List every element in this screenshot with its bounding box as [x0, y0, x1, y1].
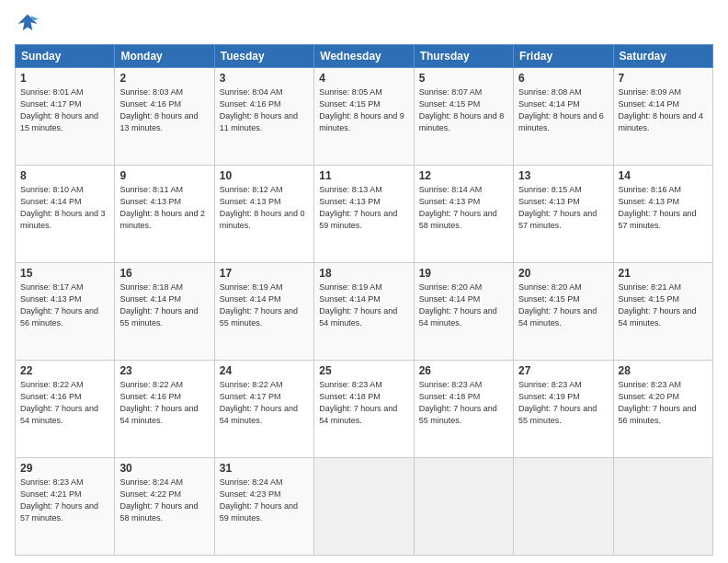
calendar-cell: 6Sunrise: 8:08 AMSunset: 4:14 PMDaylight… [514, 68, 613, 166]
weekday-header-saturday: Saturday [613, 45, 712, 68]
calendar-cell: 15Sunrise: 8:17 AMSunset: 4:13 PMDayligh… [16, 263, 115, 361]
day-info: Sunrise: 8:20 AMSunset: 4:15 PMDaylight:… [518, 282, 608, 329]
calendar-week-4: 22Sunrise: 8:22 AMSunset: 4:16 PMDayligh… [16, 361, 713, 458]
day-number: 3 [220, 72, 309, 85]
calendar-header-row: SundayMondayTuesdayWednesdayThursdayFrid… [16, 45, 713, 68]
day-info: Sunrise: 8:05 AMSunset: 4:15 PMDaylight:… [319, 86, 408, 134]
calendar-week-2: 8Sunrise: 8:10 AMSunset: 4:14 PMDaylight… [16, 166, 713, 263]
calendar-cell: 1Sunrise: 8:01 AMSunset: 4:17 PMDaylight… [16, 68, 115, 166]
day-number: 15 [20, 267, 109, 280]
day-number: 18 [319, 267, 408, 280]
day-info: Sunrise: 8:23 AMSunset: 4:20 PMDaylight:… [619, 379, 708, 427]
day-info: Sunrise: 8:20 AMSunset: 4:14 PMDaylight:… [419, 282, 508, 329]
day-number: 19 [419, 267, 508, 280]
day-info: Sunrise: 8:07 AMSunset: 4:15 PMDaylight:… [419, 86, 508, 134]
calendar-cell [514, 458, 613, 556]
day-number: 11 [319, 169, 408, 182]
day-number: 16 [119, 267, 209, 280]
day-number: 5 [419, 72, 508, 85]
calendar-cell: 26Sunrise: 8:23 AMSunset: 4:18 PMDayligh… [414, 361, 513, 458]
logo [15, 11, 44, 37]
calendar-cell: 27Sunrise: 8:23 AMSunset: 4:19 PMDayligh… [514, 361, 613, 458]
calendar-cell [414, 458, 513, 556]
day-number: 10 [220, 169, 309, 182]
weekday-header-sunday: Sunday [16, 45, 115, 68]
day-number: 30 [119, 462, 209, 475]
day-info: Sunrise: 8:22 AMSunset: 4:17 PMDaylight:… [220, 379, 309, 427]
day-number: 28 [619, 364, 708, 377]
logo-icon [15, 11, 40, 37]
day-info: Sunrise: 8:03 AMSunset: 4:16 PMDaylight:… [119, 86, 209, 134]
day-number: 26 [419, 364, 508, 377]
calendar-cell: 28Sunrise: 8:23 AMSunset: 4:20 PMDayligh… [613, 361, 712, 458]
calendar-cell: 31Sunrise: 8:24 AMSunset: 4:23 PMDayligh… [214, 458, 313, 556]
day-info: Sunrise: 8:18 AMSunset: 4:14 PMDaylight:… [119, 282, 209, 329]
day-number: 8 [20, 169, 109, 182]
calendar-cell: 10Sunrise: 8:12 AMSunset: 4:13 PMDayligh… [214, 166, 313, 263]
day-info: Sunrise: 8:19 AMSunset: 4:14 PMDaylight:… [220, 282, 309, 329]
calendar-cell: 8Sunrise: 8:10 AMSunset: 4:14 PMDaylight… [16, 166, 115, 263]
day-info: Sunrise: 8:08 AMSunset: 4:14 PMDaylight:… [518, 86, 608, 134]
calendar-cell: 4Sunrise: 8:05 AMSunset: 4:15 PMDaylight… [314, 68, 414, 166]
weekday-header-wednesday: Wednesday [314, 45, 414, 68]
calendar-week-5: 29Sunrise: 8:23 AMSunset: 4:21 PMDayligh… [16, 458, 713, 556]
calendar-cell: 13Sunrise: 8:15 AMSunset: 4:13 PMDayligh… [514, 166, 613, 263]
calendar-table: SundayMondayTuesdayWednesdayThursdayFrid… [15, 44, 713, 556]
day-info: Sunrise: 8:15 AMSunset: 4:13 PMDaylight:… [518, 184, 608, 232]
day-number: 22 [20, 364, 109, 377]
day-number: 12 [419, 169, 508, 182]
calendar-cell: 7Sunrise: 8:09 AMSunset: 4:14 PMDaylight… [613, 68, 712, 166]
calendar-body: 1Sunrise: 8:01 AMSunset: 4:17 PMDaylight… [16, 68, 713, 556]
calendar-cell: 5Sunrise: 8:07 AMSunset: 4:15 PMDaylight… [414, 68, 513, 166]
calendar-cell: 30Sunrise: 8:24 AMSunset: 4:22 PMDayligh… [115, 458, 214, 556]
calendar-cell: 3Sunrise: 8:04 AMSunset: 4:16 PMDaylight… [214, 68, 313, 166]
day-info: Sunrise: 8:09 AMSunset: 4:14 PMDaylight:… [619, 86, 708, 134]
day-number: 1 [20, 72, 109, 85]
calendar-cell: 18Sunrise: 8:19 AMSunset: 4:14 PMDayligh… [314, 263, 414, 361]
day-info: Sunrise: 8:24 AMSunset: 4:22 PMDaylight:… [119, 477, 209, 524]
calendar-cell [314, 458, 414, 556]
day-number: 21 [619, 267, 708, 280]
calendar-cell: 14Sunrise: 8:16 AMSunset: 4:13 PMDayligh… [613, 166, 712, 263]
day-info: Sunrise: 8:23 AMSunset: 4:21 PMDaylight:… [20, 477, 109, 524]
day-number: 17 [220, 267, 309, 280]
day-info: Sunrise: 8:04 AMSunset: 4:16 PMDaylight:… [220, 86, 309, 134]
day-number: 4 [319, 72, 408, 85]
calendar-cell: 20Sunrise: 8:20 AMSunset: 4:15 PMDayligh… [514, 263, 613, 361]
weekday-header-tuesday: Tuesday [214, 45, 313, 68]
calendar-cell: 19Sunrise: 8:20 AMSunset: 4:14 PMDayligh… [414, 263, 513, 361]
day-info: Sunrise: 8:16 AMSunset: 4:13 PMDaylight:… [619, 184, 708, 232]
calendar-week-1: 1Sunrise: 8:01 AMSunset: 4:17 PMDaylight… [16, 68, 713, 166]
day-info: Sunrise: 8:10 AMSunset: 4:14 PMDaylight:… [20, 184, 109, 232]
day-info: Sunrise: 8:21 AMSunset: 4:15 PMDaylight:… [619, 282, 708, 329]
calendar-cell: 25Sunrise: 8:23 AMSunset: 4:18 PMDayligh… [314, 361, 414, 458]
day-info: Sunrise: 8:11 AMSunset: 4:13 PMDaylight:… [119, 184, 209, 232]
day-info: Sunrise: 8:22 AMSunset: 4:16 PMDaylight:… [119, 379, 209, 427]
day-number: 2 [119, 72, 209, 85]
weekday-header-thursday: Thursday [414, 45, 513, 68]
calendar-cell: 21Sunrise: 8:21 AMSunset: 4:15 PMDayligh… [613, 263, 712, 361]
day-number: 6 [518, 72, 608, 85]
day-info: Sunrise: 8:22 AMSunset: 4:16 PMDaylight:… [20, 379, 109, 427]
calendar-cell: 29Sunrise: 8:23 AMSunset: 4:21 PMDayligh… [16, 458, 115, 556]
day-info: Sunrise: 8:17 AMSunset: 4:13 PMDaylight:… [20, 282, 109, 329]
calendar-cell: 11Sunrise: 8:13 AMSunset: 4:13 PMDayligh… [314, 166, 414, 263]
calendar-cell: 24Sunrise: 8:22 AMSunset: 4:17 PMDayligh… [214, 361, 313, 458]
day-number: 7 [619, 72, 708, 85]
calendar-cell: 2Sunrise: 8:03 AMSunset: 4:16 PMDaylight… [115, 68, 214, 166]
day-number: 24 [220, 364, 309, 377]
calendar-cell: 23Sunrise: 8:22 AMSunset: 4:16 PMDayligh… [115, 361, 214, 458]
day-info: Sunrise: 8:24 AMSunset: 4:23 PMDaylight:… [220, 477, 309, 524]
calendar-cell: 22Sunrise: 8:22 AMSunset: 4:16 PMDayligh… [16, 361, 115, 458]
day-info: Sunrise: 8:13 AMSunset: 4:13 PMDaylight:… [319, 184, 408, 232]
day-number: 9 [119, 169, 209, 182]
day-info: Sunrise: 8:12 AMSunset: 4:13 PMDaylight:… [220, 184, 309, 232]
day-info: Sunrise: 8:19 AMSunset: 4:14 PMDaylight:… [319, 282, 408, 329]
day-number: 20 [518, 267, 608, 280]
day-info: Sunrise: 8:23 AMSunset: 4:18 PMDaylight:… [419, 379, 508, 427]
day-info: Sunrise: 8:01 AMSunset: 4:17 PMDaylight:… [20, 86, 109, 134]
day-info: Sunrise: 8:14 AMSunset: 4:13 PMDaylight:… [419, 184, 508, 232]
calendar-cell: 9Sunrise: 8:11 AMSunset: 4:13 PMDaylight… [115, 166, 214, 263]
weekday-header-monday: Monday [115, 45, 214, 68]
calendar-cell: 17Sunrise: 8:19 AMSunset: 4:14 PMDayligh… [214, 263, 313, 361]
